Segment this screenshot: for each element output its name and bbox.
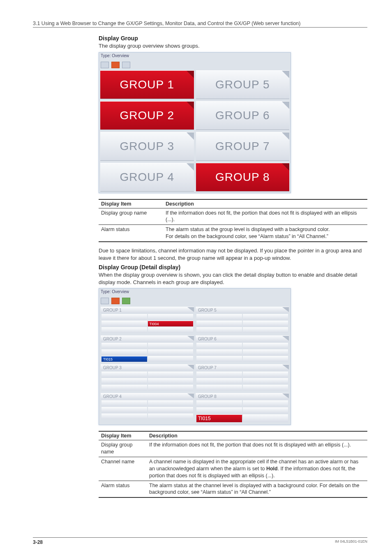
g5-ch5 [196,327,242,333]
g7-ch3 [196,378,242,384]
page-footer: 3-28 IM 04L51B01-01EN [33,537,367,545]
g6-ch3 [196,349,242,355]
view2-icon-1 [101,298,109,304]
g6-ch5 [196,356,242,362]
g2-ch2 [148,343,194,349]
tile-fold-icon [187,102,194,109]
tile-fold-icon [282,71,289,78]
g5-head: GROUP 5 [196,307,289,313]
g5-ch6 [243,327,288,333]
g7-ch5 [196,385,242,391]
g4-ch2 [148,400,194,406]
g2-ch6 [148,356,194,362]
g3-ch6 [148,385,194,391]
doc-id: IM 04L51B01-01EN [335,539,367,545]
header-link: 3.1 Using a Web Browser to Change the GX… [33,21,300,26]
g4-ch1 [101,400,147,406]
g5-ch4 [243,321,288,326]
s2-th-item: Display Item [99,431,147,440]
tile-fold-icon [187,163,194,171]
g8-ch4 [243,407,288,414]
section2-table: Display Item Description Display group n… [99,431,367,498]
table-cell-item: Alarm status [99,225,163,242]
table-cell-desc: The alarm status at the group level is d… [163,225,367,242]
table-cell-item: Channel name [99,457,147,481]
g3-ch2 [148,372,194,377]
g4-ch4 [148,407,194,413]
g5-ch2 [243,314,288,320]
g8-ch-ti015: TI015 [196,414,242,422]
section2-intro: When the display group overview is shown… [99,271,367,286]
view-icon-2 [111,62,120,68]
g3-ch3 [101,378,147,384]
group-tile: GROUP 7 [196,132,290,161]
g2-ch1 [101,343,147,349]
view2-icon-3 [122,298,130,304]
g8-ch1 [196,400,242,407]
s1-th-desc: Description [163,199,367,208]
group-tile: GROUP 2 [100,101,194,130]
g2-ch4 [148,349,194,355]
g5-ch3 [196,321,242,326]
g6-head: GROUP 6 [196,335,289,342]
section1-note: Due to space limitations, channel inform… [99,247,367,261]
g1-ch-ti004: TI004 [148,321,194,326]
view-icon-3 [122,62,130,68]
g3-ch5 [101,385,147,391]
g1-ch6 [148,327,194,333]
group-tile: GROUP 3 [100,132,194,161]
table-cell-item: Alarm status [99,481,147,497]
section1-table: Display Item Description Display group n… [99,199,367,243]
g4-ch6 [148,414,194,419]
shot2-type-label: Type: Overview [99,289,291,298]
g3-head: GROUP 3 [101,364,194,371]
g7-ch2 [243,372,288,377]
s1-th-item: Display Item [99,199,163,208]
detail-screenshot: Type: Overview GROUP 1 TI004 [99,288,291,425]
tile-fold-icon [282,163,289,171]
g3-ch1 [101,372,147,377]
g2-head: GROUP 2 [101,335,194,342]
g8-head: GROUP 8 [196,393,289,400]
g8-ch3 [196,407,242,414]
group-tile: GROUP 8 [196,163,290,192]
view2-icon-2 [111,298,120,304]
shot-type-label: Type: Overview [99,53,291,62]
g6-ch6 [243,356,288,362]
g7-head: GROUP 7 [196,364,289,371]
g1-ch5 [101,327,147,333]
table-cell-desc: If the information does not fit, the por… [163,208,367,225]
group-tile: GROUP 1 [100,70,194,99]
s2-th-desc: Description [147,431,367,440]
section2-title: Display Group (Detail display) [99,264,367,271]
g2-ch3 [101,349,147,355]
g6-ch4 [243,349,288,355]
group-tile: GROUP 6 [196,101,290,130]
g4-ch5 [101,414,147,419]
tile-fold-icon [187,71,194,78]
tile-fold-icon [282,132,289,140]
g1-ch1 [101,314,147,320]
table-cell-desc: A channel name is displayed in the appro… [147,457,367,481]
page-number: 3-28 [33,539,43,545]
g4-head: GROUP 4 [101,393,194,400]
table-cell-desc: If the information does not fit, the por… [147,440,367,457]
group-tile: GROUP 4 [100,163,194,192]
overview-screenshot: Type: Overview GROUP 1GROUP 5GROUP 2GROU… [99,52,291,193]
g3-ch4 [148,378,194,384]
view-icon-1 [101,62,109,68]
g8-ch6 [243,414,288,422]
g1-ch2 [148,314,194,320]
g1-ch3 [101,321,147,326]
group-tile: GROUP 5 [196,70,290,99]
g7-ch1 [196,372,242,377]
g4-ch3 [101,407,147,413]
g1-head: GROUP 1 [101,307,194,313]
g6-ch2 [243,343,288,349]
table-cell-item: Display group name [99,208,163,225]
g7-ch6 [243,385,288,391]
table-cell-desc: The alarm status at the channel level is… [147,481,367,497]
table-cell-item: Display group name [99,440,147,457]
g8-ch2 [243,400,288,407]
g7-ch4 [243,378,288,384]
